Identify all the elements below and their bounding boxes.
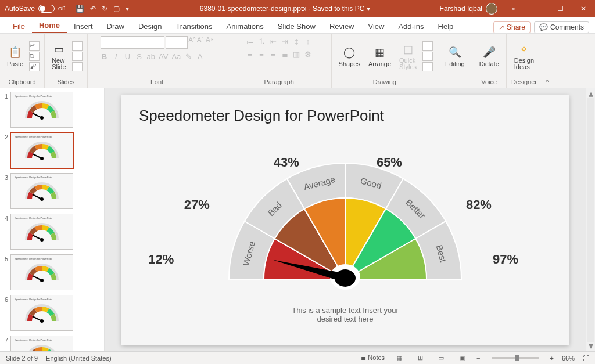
- tab-review[interactable]: Review: [322, 20, 361, 33]
- fit-window-icon[interactable]: ⛶: [583, 355, 589, 362]
- tab-design[interactable]: Design: [131, 20, 169, 33]
- thumbnail-slide-5[interactable]: 5 Speedometer Design for PowerPoint: [2, 254, 104, 290]
- shrink-font-icon[interactable]: A˅: [197, 36, 205, 49]
- start-slideshow-icon[interactable]: ▢: [113, 5, 120, 13]
- font-size-input[interactable]: [166, 36, 188, 49]
- percent-label-5[interactable]: 97%: [493, 252, 518, 267]
- undo-icon[interactable]: ↶: [90, 5, 96, 13]
- thumbnail-slide-7[interactable]: 7 Speedometer Design for PowerPoint: [2, 336, 104, 351]
- font-color-icon[interactable]: A: [196, 52, 204, 61]
- text-direction-icon[interactable]: ↕: [304, 37, 312, 46]
- tab-slideshow[interactable]: Slide Show: [271, 20, 322, 33]
- reading-view-icon[interactable]: ▭: [435, 354, 447, 362]
- dictate-button[interactable]: 🎤Dictate: [477, 44, 501, 69]
- slide-title[interactable]: Speedometer Design for PowerPoint: [139, 107, 551, 125]
- thumbnail-slide-4[interactable]: 4 Speedometer Design for PowerPoint: [2, 214, 104, 250]
- percent-label-2[interactable]: 43%: [274, 155, 299, 170]
- tab-insert[interactable]: Insert: [67, 20, 100, 33]
- shadow-icon[interactable]: ab: [147, 52, 155, 61]
- tab-transitions[interactable]: Transitions: [169, 20, 219, 33]
- bold-icon[interactable]: B: [101, 52, 109, 61]
- scrollbar-track[interactable]: [587, 98, 594, 342]
- arrange-button[interactable]: ▦Arrange: [366, 44, 393, 69]
- thumbnail-slide-2[interactable]: 2 Speedometer Design for PowerPoint: [2, 132, 104, 168]
- tab-home[interactable]: Home: [32, 19, 67, 33]
- save-icon[interactable]: 💾: [76, 5, 84, 13]
- align-left-icon[interactable]: ≡: [246, 50, 254, 59]
- new-slide-button[interactable]: ▭ New Slide: [49, 41, 68, 71]
- zoom-in-icon[interactable]: +: [550, 355, 554, 362]
- slide-canvas[interactable]: Speedometer Design for PowerPoint WorseB…: [105, 88, 586, 351]
- ribbon-options-icon[interactable]: ▫: [502, 0, 525, 17]
- paste-button[interactable]: 📋 Paste: [5, 44, 26, 69]
- percent-label-3[interactable]: 65%: [377, 155, 402, 170]
- section-icon[interactable]: [72, 62, 83, 71]
- tab-file[interactable]: File: [6, 20, 32, 33]
- notes-button[interactable]: ≣ Notes: [361, 354, 385, 362]
- justify-icon[interactable]: ≣: [281, 50, 289, 59]
- zoom-out-icon[interactable]: −: [476, 355, 480, 362]
- maximize-icon[interactable]: ☐: [549, 0, 572, 17]
- clear-format-icon[interactable]: A‣: [206, 36, 213, 49]
- normal-view-icon[interactable]: ▦: [393, 354, 406, 362]
- font-name-input[interactable]: [101, 36, 164, 49]
- shapes-button[interactable]: ◯Shapes: [336, 44, 363, 69]
- editing-button[interactable]: 🔍Editing: [443, 44, 467, 69]
- layout-icon[interactable]: [72, 41, 83, 51]
- columns-icon[interactable]: ▥: [292, 50, 300, 59]
- slide[interactable]: Speedometer Design for PowerPoint WorseB…: [121, 95, 569, 345]
- tab-animations[interactable]: Animations: [220, 20, 271, 33]
- sorter-view-icon[interactable]: ⊞: [414, 354, 426, 362]
- collapse-ribbon-icon[interactable]: ^: [542, 34, 553, 88]
- align-center-icon[interactable]: ≡: [257, 50, 266, 59]
- thumbnail-slide-3[interactable]: 3 Speedometer Design for PowerPoint: [2, 173, 104, 209]
- numbering-icon[interactable]: ⒈: [257, 36, 266, 46]
- speedometer-chart[interactable]: WorseBadAverageGoodBetterBest This is a …: [206, 146, 485, 323]
- italic-icon[interactable]: I: [112, 52, 120, 61]
- scroll-down-icon[interactable]: ▾: [586, 340, 595, 351]
- percent-label-0[interactable]: 12%: [148, 252, 174, 267]
- slideshow-view-icon[interactable]: ▣: [456, 354, 468, 362]
- underline-icon[interactable]: U: [124, 52, 132, 61]
- grow-font-icon[interactable]: A^: [189, 36, 196, 49]
- qat-dropdown-icon[interactable]: ▾: [126, 5, 129, 13]
- tab-help[interactable]: Help: [431, 20, 461, 33]
- tab-view[interactable]: View: [361, 20, 392, 33]
- line-spacing-icon[interactable]: ‡: [292, 37, 300, 46]
- zoom-level[interactable]: 66%: [562, 355, 575, 362]
- cut-icon[interactable]: ✂: [29, 41, 40, 51]
- shape-outline-icon[interactable]: [422, 52, 433, 61]
- copy-icon[interactable]: ⧉: [29, 52, 40, 61]
- shape-fill-icon[interactable]: [422, 41, 433, 51]
- user-account[interactable]: Farshad Iqbal: [435, 3, 502, 15]
- percent-label-1[interactable]: 27%: [184, 197, 210, 212]
- format-painter-icon[interactable]: 🖌: [29, 62, 40, 71]
- spacing-icon[interactable]: AV: [159, 52, 168, 61]
- design-ideas-button[interactable]: ✧Design Ideas: [512, 41, 536, 71]
- vertical-scrollbar[interactable]: ▴ ▾: [586, 88, 595, 351]
- minimize-icon[interactable]: —: [525, 0, 549, 17]
- strike-icon[interactable]: S: [135, 52, 144, 61]
- language-status[interactable]: English (United States): [46, 355, 112, 362]
- chevron-down-icon[interactable]: ▾: [367, 5, 370, 13]
- thumbnail-slide-6[interactable]: 6 Speedometer Design for PowerPoint: [2, 295, 104, 331]
- tab-draw[interactable]: Draw: [100, 20, 131, 33]
- percent-label-4[interactable]: 82%: [466, 197, 492, 212]
- slide-subtext[interactable]: This is a sample text Insert your desire…: [206, 306, 485, 323]
- case-icon[interactable]: Aa: [171, 52, 181, 61]
- close-icon[interactable]: ✕: [572, 0, 595, 17]
- indent-right-icon[interactable]: ⇥: [281, 37, 289, 46]
- slide-counter[interactable]: Slide 2 of 9: [6, 355, 38, 362]
- reset-icon[interactable]: [72, 52, 83, 61]
- comments-button[interactable]: 💬Comments: [534, 21, 589, 33]
- highlight-icon[interactable]: ✎: [184, 52, 192, 61]
- indent-left-icon[interactable]: ⇤: [269, 37, 277, 46]
- tab-addins[interactable]: Add-ins: [391, 20, 431, 33]
- shape-effects-icon[interactable]: [422, 62, 433, 71]
- align-right-icon[interactable]: ≡: [269, 50, 277, 59]
- quick-styles-button[interactable]: ◫Quick Styles: [397, 41, 419, 71]
- autosave-toggle[interactable]: AutoSave Off: [0, 5, 70, 13]
- share-button[interactable]: ↗Share: [493, 21, 531, 33]
- redo-icon[interactable]: ↻: [102, 5, 107, 13]
- zoom-slider[interactable]: [492, 357, 539, 359]
